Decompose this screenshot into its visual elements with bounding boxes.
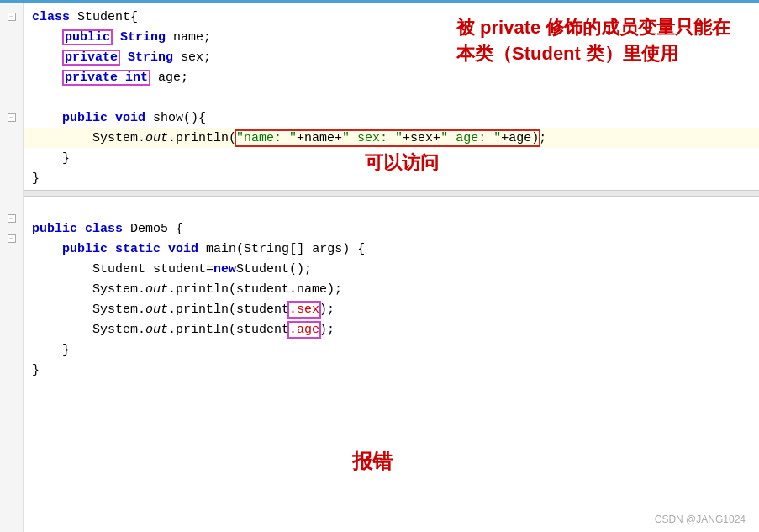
concat-3: +age) bbox=[501, 131, 539, 145]
system-out-1: System.out.println( bbox=[92, 131, 236, 145]
gutter-line-1: − bbox=[0, 7, 23, 27]
editor: − − − − bbox=[0, 0, 759, 532]
gutter: − − − − bbox=[0, 3, 24, 532]
code-line-7: System.out.println("name: "+name+" sex: … bbox=[24, 128, 759, 148]
println-name: System.out.println(student.name); bbox=[92, 282, 342, 297]
keyword-public-2: public bbox=[62, 111, 108, 125]
gutter-line-25 bbox=[0, 491, 23, 511]
var-age: age; bbox=[158, 71, 188, 85]
gutter-line-24 bbox=[0, 471, 23, 491]
method-main: main(String[] args) { bbox=[206, 242, 365, 256]
gutter-line-23 bbox=[0, 450, 23, 471]
keyword-private-1: private bbox=[65, 50, 118, 65]
code-content: class Student{ public String name; priva… bbox=[24, 3, 759, 532]
var-name-1: name; bbox=[173, 30, 211, 45]
keyword-class-2: class bbox=[85, 222, 123, 236]
gutter-line-15 bbox=[0, 289, 23, 309]
gutter-line-8 bbox=[0, 148, 23, 168]
gutter-line-5 bbox=[0, 87, 23, 108]
code-line-14: System.out.println(student.name); bbox=[24, 279, 759, 299]
code-line-15: System.out.println(student.sex); bbox=[24, 299, 759, 319]
dot-sex: .sex bbox=[289, 303, 319, 317]
concat-2: +sex+ bbox=[403, 131, 440, 145]
code-line-10 bbox=[24, 198, 759, 219]
var-sex: sex; bbox=[181, 50, 211, 65]
private-note: 被 private 修饰的成员变量只能在本类（Student 类）里使用 bbox=[456, 15, 742, 67]
keyword-public-1: public bbox=[65, 30, 110, 45]
gutter-line-10 bbox=[0, 188, 23, 208]
code-line-13: Student student=new Student(); bbox=[24, 259, 759, 279]
keyword-public-4: public bbox=[62, 242, 108, 256]
code-line-6: public void show(){ bbox=[24, 108, 759, 128]
code-line-11: public class Demo5 { bbox=[24, 219, 759, 239]
gutter-line-6: − bbox=[0, 108, 23, 128]
string-literal-1: "name: " bbox=[236, 131, 297, 145]
brace-close-2: } bbox=[32, 171, 40, 186]
dot-age: .age bbox=[289, 323, 319, 337]
keyword-private-2: private bbox=[65, 71, 118, 85]
code-line-17: } bbox=[24, 340, 759, 360]
gutter-line-19 bbox=[0, 370, 23, 390]
class-demo5: Demo5 { bbox=[130, 222, 183, 236]
string-literal-2: " sex: " bbox=[342, 131, 403, 145]
brace-close-1: } bbox=[62, 151, 70, 166]
println-age-prefix: System.out.println(student bbox=[92, 323, 289, 337]
code-area: − − − − bbox=[0, 3, 759, 532]
gutter-line-11: − bbox=[0, 208, 23, 229]
gutter-line-18 bbox=[0, 350, 23, 370]
error-note: 报错 bbox=[309, 448, 435, 475]
type-string-2: String bbox=[128, 50, 173, 65]
gutter-line-3 bbox=[0, 47, 23, 67]
gutter-line-21 bbox=[0, 410, 23, 430]
code-line-16: System.out.println(student.age); bbox=[24, 319, 759, 340]
gutter-line-13 bbox=[0, 249, 23, 269]
code-line-18: } bbox=[24, 360, 759, 380]
gutter-line-17 bbox=[0, 329, 23, 350]
gutter-line-9 bbox=[0, 168, 23, 188]
keyword-public-3: public bbox=[32, 222, 77, 236]
code-line-12: public static void main(String[] args) { bbox=[24, 239, 759, 259]
student-new: Student student= bbox=[92, 262, 213, 277]
gutter-line-4 bbox=[0, 67, 23, 87]
concat-1: +name+ bbox=[297, 131, 342, 145]
gutter-line-7 bbox=[0, 128, 23, 148]
println-age-suffix: ); bbox=[319, 323, 335, 337]
brace-close-4: } bbox=[32, 363, 40, 377]
keyword-class-1: class bbox=[32, 10, 70, 24]
keyword-new: new bbox=[213, 262, 236, 277]
gutter-line-12: − bbox=[0, 229, 23, 249]
student-constructor: Student(); bbox=[236, 262, 312, 277]
method-show: show(){ bbox=[153, 111, 206, 125]
gutter-line-16 bbox=[0, 309, 23, 329]
gutter-line-20 bbox=[0, 390, 23, 410]
println-sex-prefix: System.out.println(student bbox=[92, 303, 289, 317]
keyword-void-1: void bbox=[115, 111, 145, 125]
keyword-int: int bbox=[125, 71, 148, 85]
watermark: CSDN @JANG1024 bbox=[655, 514, 746, 525]
gutter-line-22 bbox=[0, 430, 23, 450]
gutter-line-14 bbox=[0, 269, 23, 289]
gutter-line-2 bbox=[0, 27, 23, 47]
accessible-note: 可以访问 bbox=[318, 150, 486, 176]
code-line-4: private int age; bbox=[24, 67, 759, 87]
println-sex-suffix: ); bbox=[319, 303, 335, 317]
keyword-void-2: void bbox=[168, 242, 198, 256]
semicolon-1: ; bbox=[539, 131, 546, 145]
type-string-1: String bbox=[120, 30, 166, 45]
section-divider bbox=[24, 190, 759, 197]
brace-close-3: } bbox=[62, 343, 70, 357]
string-literal-3: " age: " bbox=[440, 131, 501, 145]
class-name-student: Student{ bbox=[77, 10, 138, 24]
keyword-static: static bbox=[115, 242, 161, 256]
code-line-5 bbox=[24, 87, 759, 108]
